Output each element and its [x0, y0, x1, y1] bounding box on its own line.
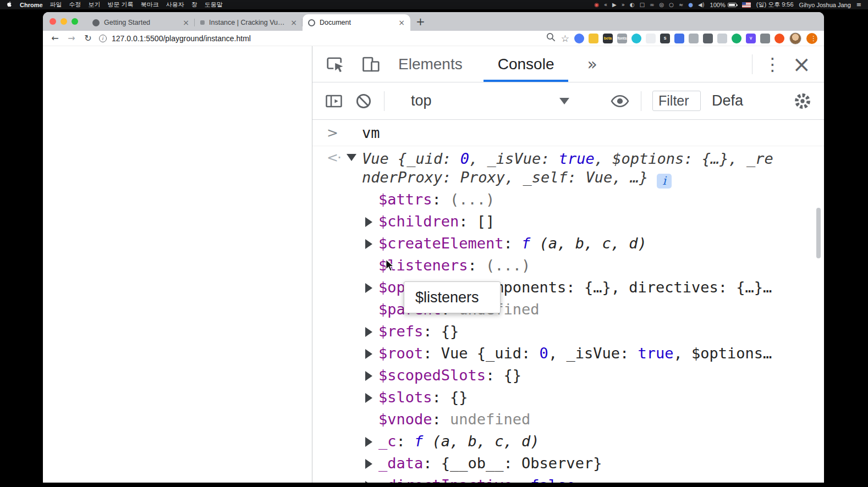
omnibox[interactable]: i 127.0.0.1:5500/playground/instance.htm…: [99, 34, 251, 43]
fullscreen-window-button[interactable]: [72, 18, 78, 25]
context-selector[interactable]: top: [395, 92, 577, 109]
browser-tab[interactable]: Getting Started×: [87, 14, 195, 31]
notion-icon[interactable]: ◐: [630, 2, 635, 8]
kebab-menu-icon[interactable]: ⋮: [763, 54, 781, 75]
expand-triangle-icon[interactable]: [365, 283, 372, 293]
console-filter-input[interactable]: [652, 91, 701, 111]
console-property-row[interactable]: $attrs: (...): [312, 189, 824, 211]
ext-card-gray-icon[interactable]: [717, 34, 727, 43]
menubar-item[interactable]: 창: [191, 1, 197, 9]
ext-yellow-card-icon[interactable]: [589, 34, 598, 43]
ext-green-round-icon[interactable]: [732, 34, 741, 43]
tab-close-icon[interactable]: ×: [398, 19, 405, 26]
display-icon[interactable]: □: [640, 2, 645, 8]
browser-tab[interactable]: Instance | Cracking Vue.js×: [195, 14, 303, 31]
menubar-item[interactable]: 보기: [89, 1, 101, 9]
profile-avatar[interactable]: [789, 32, 801, 45]
menubar-user[interactable]: Gihyo Joshua Jang: [799, 2, 851, 8]
minimize-window-button[interactable]: [61, 18, 67, 25]
console-property-row[interactable]: $refs: {}: [312, 320, 824, 342]
new-tab-button[interactable]: +: [416, 16, 425, 27]
tab-close-icon[interactable]: ×: [290, 19, 297, 26]
ext-orange-round-icon[interactable]: [774, 34, 784, 43]
menubar-item[interactable]: 도움말: [205, 1, 223, 9]
expand-triangle-icon[interactable]: [365, 393, 372, 403]
reload-button[interactable]: ↻: [83, 33, 94, 43]
menubar-item[interactable]: 수정: [69, 1, 81, 9]
ext-violet-v-icon[interactable]: V: [746, 34, 756, 43]
keyboard-layout-flag-icon[interactable]: [742, 2, 751, 8]
menubar-item[interactable]: 방문 기록: [108, 1, 134, 9]
console-property-row[interactable]: $scopedSlots: {}: [312, 364, 824, 386]
console-property-row[interactable]: $parent: undefined: [312, 298, 824, 320]
menubar-item[interactable]: 북마크: [141, 1, 159, 9]
expand-triangle-icon[interactable]: [365, 437, 372, 447]
menubar-item[interactable]: 파일: [50, 1, 62, 9]
screen-record-icon[interactable]: ◉: [594, 2, 599, 8]
menubar-app-name[interactable]: Chrome: [20, 2, 43, 8]
expand-triangle-icon[interactable]: [365, 349, 372, 359]
media-play-icon[interactable]: ▶: [612, 2, 617, 8]
console-property-row[interactable]: $root: Vue {_uid: 0, _isVue: true, $opti…: [312, 342, 824, 364]
console-sidebar-icon[interactable]: [325, 92, 343, 110]
search-icon[interactable]: ○: [669, 2, 674, 8]
more-tabs-icon[interactable]: »: [587, 54, 597, 74]
evaluated-info-icon[interactable]: i: [657, 174, 672, 189]
expand-triangle-expanded-icon[interactable]: [347, 154, 356, 161]
ext-gray-square-icon[interactable]: [689, 34, 699, 43]
scrollbar-thumb[interactable]: [816, 208, 821, 258]
console-command-row[interactable]: >vm: [312, 120, 824, 146]
media-rewind-icon[interactable]: «: [604, 2, 607, 8]
url-text[interactable]: 127.0.0.1:5500/playground/instance.html: [112, 34, 251, 43]
expand-triangle-icon[interactable]: [365, 239, 372, 249]
clear-console-icon[interactable]: [354, 92, 373, 110]
expand-triangle-icon[interactable]: [365, 371, 372, 381]
media-forward-icon[interactable]: »: [622, 2, 625, 8]
object-preview[interactable]: Vue {_uid: 0, _isVue: true, $options: {……: [362, 150, 780, 189]
volume-icon[interactable]: ◀): [698, 2, 705, 8]
tab-console[interactable]: Console: [480, 46, 572, 82]
browser-tab[interactable]: Document×: [303, 14, 410, 31]
link-icon[interactable]: ∞: [650, 2, 654, 8]
ext-beta-badge-icon[interactable]: beta: [603, 34, 613, 43]
apple-menu-icon[interactable]: [7, 1, 13, 9]
console-property-row[interactable]: $children: []: [312, 211, 824, 233]
console-property-row[interactable]: $options: {components: {…}, directives: …: [312, 276, 824, 298]
bookmark-star-icon[interactable]: ☆: [561, 33, 569, 44]
create-live-expression-icon[interactable]: [610, 91, 630, 111]
close-window-button[interactable]: [50, 18, 56, 25]
console-result-row[interactable]: <·Vue {_uid: 0, _isVue: true, $options: …: [312, 146, 824, 189]
console-property-row[interactable]: $slots: {}: [312, 386, 824, 408]
console-property-row[interactable]: $createElement: f (a, b, c, d): [312, 233, 824, 254]
menubar-clock[interactable]: (일) 오후 9:56: [756, 1, 794, 9]
control-center-icon[interactable]: ≡: [856, 1, 861, 8]
ext-fonts-icon[interactable]: fonts: [617, 34, 627, 43]
ext-cast-gray-icon[interactable]: [760, 34, 770, 43]
tab-close-icon[interactable]: ×: [183, 19, 189, 26]
expand-triangle-icon[interactable]: [365, 217, 372, 227]
console-property-row[interactable]: _c: f (a, b, c, d): [312, 430, 824, 452]
ext-dark-square-icon[interactable]: [703, 34, 713, 43]
wifi-icon[interactable]: ≈: [679, 2, 683, 8]
console-property-row[interactable]: _data: {__ob__: Observer}: [312, 452, 824, 474]
menubar-item[interactable]: 사용자: [166, 1, 184, 9]
forward-button[interactable]: →: [66, 33, 77, 43]
log-levels-select[interactable]: Defa: [712, 92, 750, 109]
devtools-close-icon[interactable]: ×: [792, 53, 811, 75]
inspect-element-icon[interactable]: [326, 54, 345, 74]
expand-triangle-icon[interactable]: [365, 327, 372, 337]
device-toolbar-icon[interactable]: [361, 54, 381, 74]
site-info-icon[interactable]: i: [99, 35, 107, 42]
ext-teal-round-icon[interactable]: [631, 34, 641, 43]
console-property-row[interactable]: _directInactive: false: [312, 474, 824, 483]
expand-triangle-icon[interactable]: [365, 459, 372, 469]
expand-triangle-icon[interactable]: [365, 481, 372, 483]
ext-light-shield-icon[interactable]: [646, 34, 656, 43]
tab-elements[interactable]: Elements: [381, 46, 480, 82]
target-icon[interactable]: ◎: [659, 2, 664, 8]
zoom-icon[interactable]: [546, 32, 556, 45]
back-button[interactable]: ←: [50, 33, 61, 43]
ext-blue-square-icon[interactable]: [674, 34, 684, 43]
browser-menu-update-icon[interactable]: [806, 33, 817, 44]
console-settings-gear-icon[interactable]: [793, 92, 812, 110]
